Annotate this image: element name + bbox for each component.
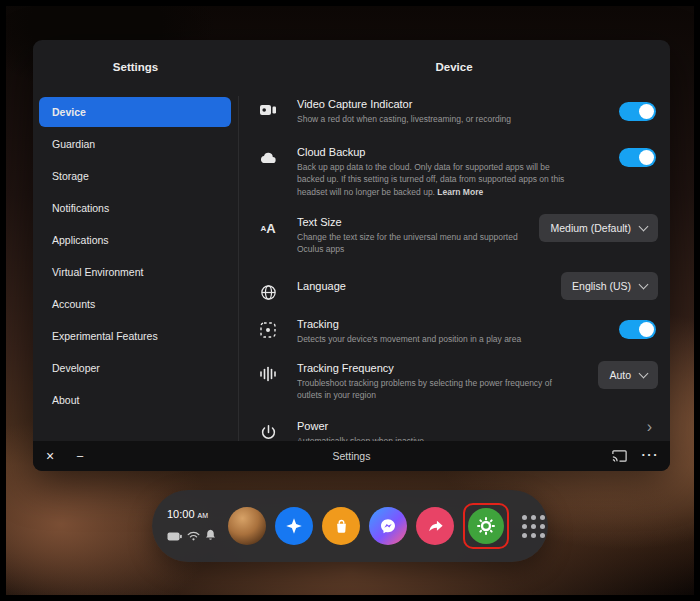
setting-row-text-size: AA Text Size Change the text size for th…: [257, 216, 658, 256]
dropdown-value: Medium (Default): [550, 222, 631, 234]
setting-row-tracking-frequency: Tracking Frequency Troubleshoot tracking…: [257, 362, 658, 402]
sidebar-item-label: Experimental Features: [52, 330, 158, 342]
setting-row-video-capture: Video Capture Indicator Show a red dot w…: [257, 98, 658, 125]
power-icon: [257, 421, 279, 443]
clock: 10:00: [167, 508, 195, 520]
tracking-icon: [257, 319, 279, 341]
sidebar-item-label: Accounts: [52, 298, 95, 310]
sidebar-header: Settings: [33, 61, 238, 73]
language-dropdown[interactable]: English (US): [561, 272, 658, 300]
window-bottom-bar: × − Settings ···: [33, 441, 670, 471]
dock: 10:00 AM: [152, 490, 548, 562]
setting-row-cloud-backup: Cloud Backup Back up app data to the clo…: [257, 146, 658, 198]
chevron-right-icon[interactable]: ›: [647, 418, 652, 436]
sidebar-item-label: Virtual Environment: [52, 266, 143, 278]
learn-more-link[interactable]: Learn More: [437, 187, 483, 197]
more-options-icon[interactable]: ···: [642, 447, 660, 462]
video-capture-icon: [257, 99, 279, 121]
sidebar-item-label: About: [52, 394, 79, 406]
cloud-icon: [257, 147, 279, 169]
avatar[interactable]: [228, 507, 266, 545]
text-size-icon: AA: [257, 217, 279, 239]
sidebar-item-label: Applications: [52, 234, 109, 246]
setting-description: Back up app data to the cloud. Only data…: [297, 161, 573, 198]
setting-row-tracking: Tracking Detects your device's movement …: [257, 318, 658, 345]
setting-description: Detects your device's movement and posit…: [297, 333, 573, 345]
cloud-backup-toggle[interactable]: [619, 148, 656, 167]
app-library-grid-icon[interactable]: [522, 515, 545, 538]
sidebar-item-device[interactable]: Device: [39, 97, 231, 127]
content-header: Device: [238, 61, 670, 73]
settings-window: Settings Device Device Guardian Storage …: [33, 40, 670, 471]
setting-row-language: Language English (US): [257, 280, 658, 295]
setting-title: Power: [297, 420, 573, 432]
dropdown-value: Auto: [609, 369, 631, 381]
sidebar-item-storage[interactable]: Storage: [39, 161, 231, 191]
toggle-knob: [639, 104, 654, 119]
clock-meridiem: AM: [198, 512, 209, 519]
toggle-knob: [639, 150, 654, 165]
sidebar-item-experimental-features[interactable]: Experimental Features: [39, 321, 231, 351]
store-app-icon[interactable]: [322, 507, 360, 545]
sidebar-item-label: Storage: [52, 170, 89, 182]
settings-app-selection-ring[interactable]: [463, 503, 509, 549]
video-capture-toggle[interactable]: [619, 102, 656, 121]
setting-description: Show a red dot when casting, livestreami…: [297, 113, 573, 125]
sidebar-item-notifications[interactable]: Notifications: [39, 193, 231, 223]
battery-icon: [167, 527, 182, 545]
setting-title: Tracking: [297, 318, 573, 330]
dropdown-value: English (US): [572, 280, 631, 292]
setting-description: Troubleshoot tracking problems by select…: [297, 377, 573, 402]
tracking-frequency-dropdown[interactable]: Auto: [598, 361, 658, 389]
sidebar: Device Guardian Storage Notifications Ap…: [39, 97, 231, 417]
globe-icon: [257, 281, 279, 303]
sharing-app-icon[interactable]: [416, 507, 454, 545]
sidebar-item-label: Device: [52, 106, 86, 118]
setting-title: Cloud Backup: [297, 146, 573, 158]
setting-title: Video Capture Indicator: [297, 98, 573, 110]
chevron-down-icon: [639, 369, 649, 379]
frequency-icon: [257, 363, 279, 385]
sidebar-item-virtual-environment[interactable]: Virtual Environment: [39, 257, 231, 287]
messenger-app-icon[interactable]: [369, 507, 407, 545]
screen: Settings Device Device Guardian Storage …: [0, 0, 700, 601]
sidebar-item-about[interactable]: About: [39, 385, 231, 415]
setting-title: Language: [297, 280, 573, 292]
sidebar-item-applications[interactable]: Applications: [39, 225, 231, 255]
text-size-dropdown[interactable]: Medium (Default): [539, 214, 658, 242]
setting-description: Change the text size for the universal m…: [297, 231, 523, 256]
chevron-down-icon: [639, 280, 649, 290]
window-title: Settings: [33, 450, 670, 462]
sidebar-divider: [238, 96, 239, 441]
chevron-down-icon: [639, 222, 649, 232]
cast-icon[interactable]: [611, 449, 628, 467]
sidebar-item-developer[interactable]: Developer: [39, 353, 231, 383]
status-area[interactable]: 10:00 AM: [167, 508, 219, 545]
tracking-toggle[interactable]: [619, 320, 656, 339]
sidebar-item-guardian[interactable]: Guardian: [39, 129, 231, 159]
sidebar-item-label: Developer: [52, 362, 100, 374]
explore-app-icon[interactable]: [275, 507, 313, 545]
setting-title: Tracking Frequency: [297, 362, 573, 374]
notifications-bell-icon: [205, 527, 216, 545]
wifi-icon: [187, 527, 200, 545]
sidebar-item-label: Notifications: [52, 202, 109, 214]
setting-title: Text Size: [297, 216, 523, 228]
sidebar-item-label: Guardian: [52, 138, 95, 150]
toggle-knob: [639, 322, 654, 337]
settings-app-icon[interactable]: [468, 508, 504, 544]
sidebar-item-accounts[interactable]: Accounts: [39, 289, 231, 319]
